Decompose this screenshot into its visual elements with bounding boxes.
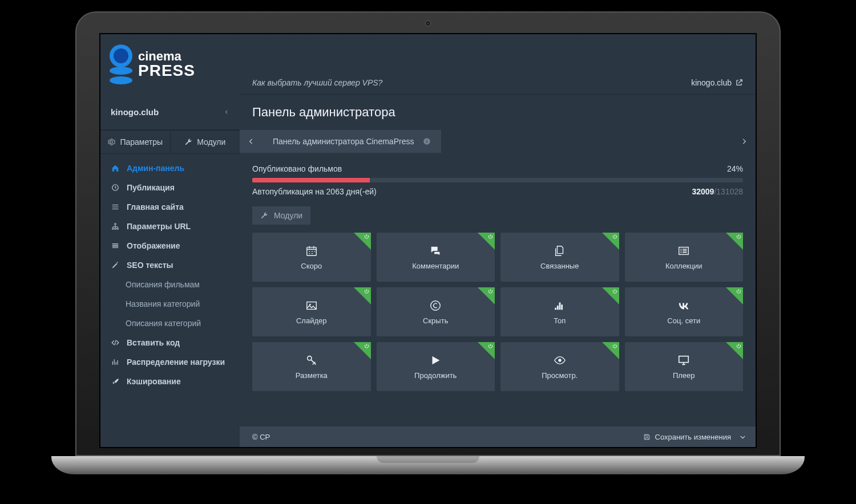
save-icon <box>643 433 651 441</box>
key-icon <box>305 354 318 367</box>
copyright-icon <box>429 299 442 312</box>
tile-label: Связанные <box>540 262 579 270</box>
chevron-left-icon <box>247 137 255 145</box>
nav-display[interactable]: Отображение <box>100 236 240 255</box>
module-tile-vk[interactable]: Соц. сети <box>625 287 744 336</box>
lines-icon <box>111 203 119 211</box>
module-tile-bars[interactable]: Топ <box>500 287 619 336</box>
wrench-icon <box>184 138 192 146</box>
tile-label: Продолжить <box>414 371 457 380</box>
chevron-right-icon <box>740 137 748 145</box>
modules-grid: СкороКомментарииСвязанныеКоллекцииСлайде… <box>252 233 743 391</box>
module-tile-image[interactable]: Слайдер <box>252 287 371 336</box>
modules-button[interactable]: Модули <box>252 206 310 225</box>
module-tile-calendar[interactable]: Скоро <box>252 233 371 282</box>
vk-icon <box>677 299 690 312</box>
code-icon <box>111 339 119 347</box>
power-icon <box>487 234 494 240</box>
wrench-icon <box>260 212 268 220</box>
tile-label: Плеер <box>673 371 695 380</box>
list-icon <box>677 245 690 257</box>
nav-seo-cat-desc[interactable]: Описания категорий <box>100 314 240 333</box>
tile-label: Скоро <box>301 262 322 270</box>
tile-label: Комментарии <box>412 262 459 270</box>
bars-icon <box>554 299 566 312</box>
breadcrumb-next[interactable] <box>733 130 756 153</box>
site-external-link[interactable]: kinogo.club <box>691 78 743 87</box>
chart-icon <box>111 358 119 366</box>
footer-copyright: © CP <box>252 433 270 441</box>
power-icon <box>612 343 618 349</box>
nav-seo-desc-films[interactable]: Описания фильмам <box>100 275 240 294</box>
app-screen: cinema PRESS Как выбрать лучший сервер V… <box>99 33 757 448</box>
nav-homepage[interactable]: Главная сайта <box>100 197 240 217</box>
module-tile-monitor[interactable]: Плеер <box>625 342 744 391</box>
laptop-mockup: cinema PRESS Как выбрать лучший сервер V… <box>75 11 781 474</box>
home-icon <box>111 164 119 172</box>
nav-cache[interactable]: Кэширование <box>100 372 240 391</box>
power-icon <box>612 288 618 295</box>
nav-load-balance[interactable]: Распределение нагрузки <box>100 352 240 372</box>
save-button[interactable]: Сохранить изменения <box>643 433 732 441</box>
infobar: Как выбрать лучший сервер VPS? kinogo.cl… <box>240 34 756 95</box>
module-tile-copyright[interactable]: Скрыть <box>377 287 495 336</box>
laptop-camera <box>425 21 431 26</box>
tile-label: Слайдер <box>296 316 327 325</box>
sitemap-icon <box>111 222 119 230</box>
tile-label: Просмотр. <box>542 371 578 380</box>
nav-publish[interactable]: Публикация <box>100 178 240 197</box>
tile-label: Топ <box>554 316 566 325</box>
breadcrumb-prev[interactable] <box>240 130 263 153</box>
tile-label: Соц. сети <box>667 316 700 325</box>
rocket-icon <box>111 377 119 385</box>
eye-icon <box>554 354 566 367</box>
module-tile-comments[interactable]: Комментарии <box>377 233 495 282</box>
sidebar-tab-modules[interactable]: Модули <box>170 130 240 154</box>
power-icon <box>736 234 742 240</box>
image-icon <box>305 299 318 312</box>
grid-icon <box>111 242 119 250</box>
info-icon[interactable] <box>423 137 431 145</box>
power-icon <box>364 234 370 240</box>
power-icon <box>364 288 370 295</box>
progress-label: Опубликовано фильмов <box>252 164 342 173</box>
module-tile-play[interactable]: Продолжить <box>377 342 495 391</box>
power-icon <box>487 288 494 295</box>
module-tile-list[interactable]: Коллекции <box>625 233 744 282</box>
progress-fill <box>252 178 370 182</box>
module-tile-files[interactable]: Связанные <box>500 233 619 282</box>
sidebar-tab-params[interactable]: Параметры <box>100 130 170 154</box>
power-icon <box>364 343 370 349</box>
nav-insert-code[interactable]: Вставить код <box>100 333 240 352</box>
power-icon <box>736 343 742 349</box>
external-link-icon <box>735 79 743 87</box>
collapse-left-icon <box>224 108 229 116</box>
logo-mark <box>110 44 132 84</box>
progress-bar <box>252 178 743 182</box>
nav-admin-panel[interactable]: Админ-панель <box>100 158 240 178</box>
breadcrumb-text: Панель администратора CinemaPress <box>263 130 441 153</box>
logo-text: cinema PRESS <box>138 50 195 79</box>
comments-icon <box>429 245 442 257</box>
page-title: Панель администратора <box>240 95 756 130</box>
tile-label: Разметка <box>296 371 328 380</box>
nav-seo[interactable]: SEO тексты <box>100 255 240 275</box>
nav-seo-cat-names[interactable]: Названия категорий <box>100 294 240 314</box>
footer-expand-icon[interactable] <box>739 433 746 441</box>
files-icon <box>554 245 566 257</box>
progress-sub-right: 32009/131028 <box>692 187 743 196</box>
module-tile-eye[interactable]: Просмотр. <box>500 342 619 391</box>
module-tile-key[interactable]: Разметка <box>252 342 371 391</box>
gear-icon <box>107 138 115 146</box>
footer-bar: © CP Сохранить изменения <box>240 426 756 447</box>
power-icon <box>612 234 618 240</box>
logo: cinema PRESS <box>100 34 240 95</box>
power-icon <box>487 343 494 349</box>
infobar-tip[interactable]: Как выбрать лучший сервер VPS? <box>252 78 382 87</box>
tile-label: Скрыть <box>423 316 448 325</box>
power-icon <box>736 288 742 295</box>
calendar-icon <box>305 245 318 257</box>
nav-url-params[interactable]: Параметры URL <box>100 217 240 236</box>
clock-icon <box>111 184 119 192</box>
sidebar-site-header[interactable]: kinogo.club <box>100 95 240 130</box>
